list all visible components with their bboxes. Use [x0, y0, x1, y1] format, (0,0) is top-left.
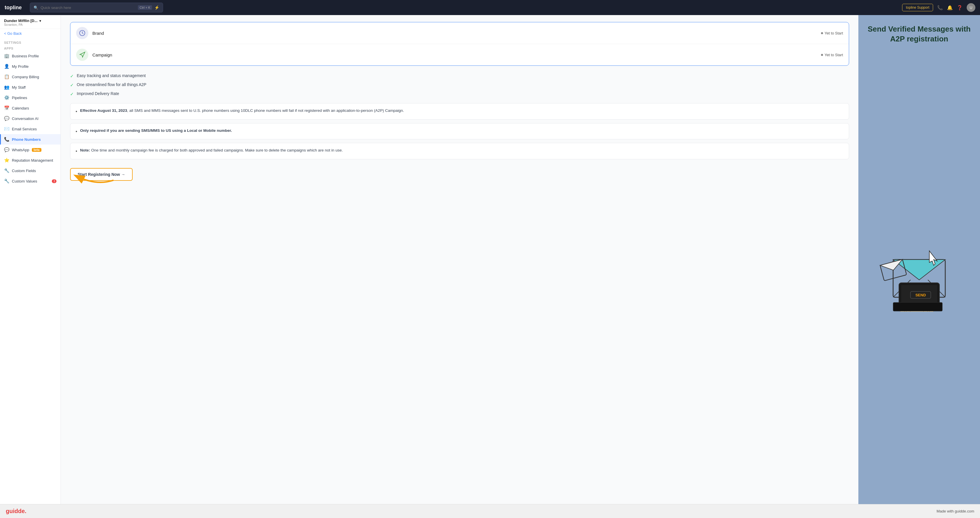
sidebar-item-reputation-management[interactable]: ⭐ Reputation Management: [0, 155, 60, 166]
sidebar-item-label: WhatsApp: [12, 148, 29, 152]
sidebar-item-label: Company Billing: [12, 75, 39, 79]
company-billing-icon: 📋: [4, 74, 9, 80]
check-icon-1: ✓: [70, 73, 74, 79]
start-registering-button[interactable]: Start Registering Now →: [70, 168, 133, 181]
info-box-3-text: Note: One time and monthly campaign fee …: [80, 147, 343, 153]
checklist-item-2: ✓ One streamlined flow for all things A2…: [70, 81, 849, 89]
campaign-card[interactable]: Campaign Yet to Start: [70, 44, 849, 65]
brand-card[interactable]: Brand Yet to Start: [70, 22, 849, 44]
sidebar-item-phone-numbers[interactable]: 📞 Phone Numbers: [0, 134, 60, 145]
campaign-status-dot: [821, 54, 823, 56]
my-profile-icon: 👤: [4, 64, 9, 69]
sidebar: Dunder Mifflin [D... ▼ Scranton, PA < Go…: [0, 15, 61, 504]
brand-status-text: Yet to Start: [824, 31, 843, 35]
bullet-1: •: [76, 108, 77, 115]
sidebar-item-business-profile[interactable]: 🏢 Business Profile: [0, 51, 60, 61]
help-icon[interactable]: ❓: [957, 5, 963, 10]
checklist-item-1: ✓ Easy tracking and status management: [70, 72, 849, 81]
a2p-illustration: SEND: [879, 236, 960, 312]
settings-section-title: Settings: [0, 38, 60, 46]
whatsapp-icon: 💬: [4, 147, 9, 152]
brand-label: Brand: [92, 31, 817, 36]
svg-rect-14: [893, 303, 942, 311]
sidebar-item-label: Phone Numbers: [12, 137, 41, 142]
account-name[interactable]: Dunder Mifflin [D... ▼: [4, 19, 56, 23]
sidebar-item-pipelines[interactable]: ⚙️ Pipelines: [0, 92, 60, 103]
checklist-text-3: Improved Delivery Rate: [77, 91, 119, 96]
custom-values-badge: 3: [52, 179, 56, 183]
custom-fields-icon: 🔧: [4, 168, 9, 173]
illustration-area: SEND: [865, 50, 973, 498]
main-panel: Brand Yet to Start Campaign: [61, 15, 858, 504]
sidebar-item-label: Email Services: [12, 127, 37, 131]
sidebar-item-my-staff[interactable]: 👥 My Staff: [0, 82, 60, 92]
checklist-text-2: One streamlined flow for all things A2P: [77, 82, 146, 87]
right-panel: Send Verified Messages with A2P registra…: [858, 15, 980, 504]
main-layout: Dunder Mifflin [D... ▼ Scranton, PA < Go…: [0, 15, 980, 504]
brand-status: Yet to Start: [821, 31, 843, 35]
right-panel-title: Send Verified Messages with A2P registra…: [865, 24, 973, 44]
account-info: Dunder Mifflin [D... ▼ Scranton, PA: [0, 15, 60, 29]
phone-icon[interactable]: 📞: [937, 5, 943, 10]
bullet-2: •: [76, 128, 77, 135]
feature-checklist: ✓ Easy tracking and status management ✓ …: [70, 72, 849, 99]
registration-cards: Brand Yet to Start Campaign: [70, 22, 849, 66]
search-shortcut: Ctrl + K: [138, 5, 152, 10]
campaign-label: Campaign: [92, 53, 817, 57]
search-icon: 🔍: [33, 5, 38, 10]
sidebar-item-custom-fields[interactable]: 🔧 Custom Fields: [0, 166, 60, 176]
go-back-link[interactable]: < Go Back: [0, 29, 60, 38]
avatar[interactable]: U: [967, 3, 975, 12]
campaign-card-icon: [76, 49, 88, 61]
search-input[interactable]: [41, 5, 135, 10]
brand-card-icon: [76, 27, 88, 39]
sidebar-item-custom-values[interactable]: 🔧 Custom Values 3: [0, 176, 60, 186]
campaign-status-text: Yet to Start: [824, 53, 843, 57]
sidebar-item-label: Custom Fields: [12, 169, 36, 173]
guidde-footer: guidde. Made with guidde.com: [0, 504, 980, 518]
business-profile-icon: 🏢: [4, 53, 9, 59]
support-button[interactable]: topline Support: [902, 4, 933, 11]
sidebar-item-label: Conversation AI: [12, 116, 38, 121]
info-box-1: • Effective August 31, 2023, all SMS and…: [70, 103, 849, 120]
search-bar[interactable]: 🔍 Ctrl + K ⚡: [30, 3, 163, 13]
sidebar-item-calendars[interactable]: 📅 Calendars: [0, 103, 60, 113]
email-services-icon: ✉️: [4, 126, 9, 132]
guidde-logo: guidde.: [6, 508, 26, 515]
content-area: Brand Yet to Start Campaign: [61, 15, 980, 504]
sidebar-item-my-profile[interactable]: 👤 My Profile: [0, 61, 60, 72]
sidebar-item-label: Calendars: [12, 106, 29, 110]
sidebar-item-company-billing[interactable]: 📋 Company Billing: [0, 72, 60, 82]
checklist-text-1: Easy tracking and status management: [77, 73, 146, 78]
apps-label: Apps: [0, 46, 60, 51]
calendars-icon: 📅: [4, 105, 9, 111]
chevron-down-icon: ▼: [39, 19, 42, 22]
info-box-2: • Only required if you are sending SMS/M…: [70, 123, 849, 140]
bullet-3: •: [76, 147, 77, 155]
sidebar-item-conversation-ai[interactable]: 💬 Conversation AI: [0, 113, 60, 124]
sidebar-item-whatsapp[interactable]: 💬 WhatsApp beta: [0, 145, 60, 155]
topbar: topline 🔍 Ctrl + K ⚡ topline Support 📞 🔔…: [0, 0, 980, 15]
sidebar-item-label: Business Profile: [12, 54, 39, 58]
custom-values-icon: 🔧: [4, 179, 9, 184]
reputation-management-icon: ⭐: [4, 158, 9, 163]
sidebar-item-label: Reputation Management: [12, 158, 53, 163]
pipelines-icon: ⚙️: [4, 95, 9, 100]
topbar-right: topline Support 📞 🔔 ❓ U: [902, 3, 975, 12]
info-box-2-text: Only required if you are sending SMS/MMS…: [80, 128, 232, 134]
sidebar-item-label: My Profile: [12, 64, 29, 69]
guidde-tagline: Made with guidde.com: [937, 509, 974, 513]
checklist-item-3: ✓ Improved Delivery Rate: [70, 89, 849, 99]
brand-status-dot: [821, 32, 823, 34]
app-logo: topline: [5, 5, 22, 11]
sidebar-item-label: Custom Values: [12, 179, 37, 183]
campaign-status: Yet to Start: [821, 53, 843, 57]
conversation-ai-icon: 💬: [4, 116, 9, 121]
lightning-icon: ⚡: [154, 5, 159, 10]
my-staff-icon: 👥: [4, 84, 9, 90]
sidebar-item-label: Pipelines: [12, 96, 27, 100]
sidebar-item-email-services[interactable]: ✉️ Email Services: [0, 124, 60, 134]
phone-numbers-icon: 📞: [4, 137, 9, 142]
bell-icon[interactable]: 🔔: [947, 5, 953, 10]
check-icon-3: ✓: [70, 92, 74, 97]
